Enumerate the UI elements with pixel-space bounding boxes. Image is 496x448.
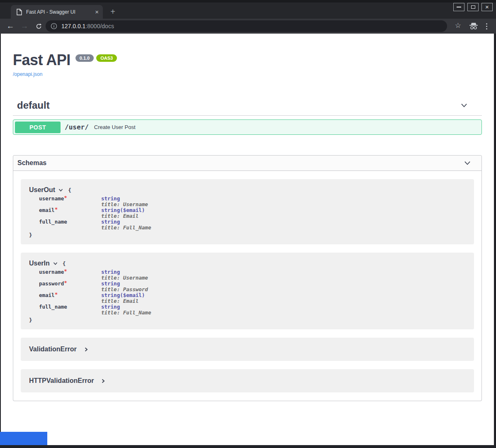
schemas-title: Schemas	[17, 159, 463, 167]
version-badge: 0.1.0	[75, 54, 94, 62]
new-tab-button[interactable]: +	[108, 7, 118, 17]
property-row: full_name stringtitle: Full_Name	[39, 304, 466, 316]
required-star: *	[64, 280, 67, 286]
operation-post-user[interactable]: POST /user/ Create User Post	[13, 119, 482, 135]
operation-path: /user/	[65, 123, 89, 131]
property-row: username* stringtitle: Username	[39, 269, 466, 281]
minimize-icon	[457, 7, 461, 7]
operation-summary: Create User Post	[94, 124, 136, 130]
incognito-icon	[469, 22, 479, 32]
window-controls: ×	[453, 3, 493, 11]
url-bar[interactable]: 127.0.0.1:8000/docs	[46, 20, 447, 32]
page-title: Fast API	[13, 52, 71, 68]
schemas-header[interactable]: Schemas	[13, 156, 481, 171]
chevron-down-icon[interactable]	[53, 261, 58, 266]
chevron-right-icon[interactable]	[100, 378, 106, 384]
tab-title: Fast API - Swagger UI	[26, 9, 92, 15]
model-validationerror[interactable]: ValidationError	[21, 338, 474, 361]
required-star: *	[55, 291, 58, 297]
bookmark-star-icon[interactable]: ☆	[455, 21, 461, 30]
reload-button[interactable]	[33, 21, 44, 32]
maximize-button[interactable]	[467, 3, 479, 11]
api-info: Fast API 0.1.0 OAS3 /openapi.json	[13, 34, 482, 78]
property-row: email* string($email)title: Email	[39, 207, 466, 219]
tag-section-default: default POST /user/ Create User Post	[13, 100, 482, 135]
site-info-icon[interactable]	[51, 23, 57, 29]
highlight-overlay	[0, 432, 47, 445]
property-row: username* stringtitle: Username	[39, 196, 466, 207]
property-row: full_name stringtitle: Full_Name	[39, 219, 466, 231]
model-userout: UserOut { username* stringtitle: Usernam…	[21, 179, 474, 244]
maximize-icon	[471, 5, 475, 9]
model-httpvalidationerror[interactable]: HTTPValidationError	[21, 369, 474, 392]
chevron-right-icon[interactable]	[83, 347, 89, 352]
oas3-badge: OAS3	[96, 54, 117, 62]
menu-kebab-icon[interactable]	[484, 22, 489, 31]
back-button[interactable]: ←	[5, 21, 16, 32]
property-row: email* string($email)title: Email	[39, 292, 466, 304]
minimize-button[interactable]	[453, 3, 464, 11]
tag-name: default	[17, 100, 460, 111]
page-favicon-icon	[16, 9, 22, 15]
browser-tab[interactable]: Fast API - Swagger UI ×	[11, 5, 103, 19]
required-star: *	[55, 206, 58, 212]
required-star: *	[64, 268, 67, 274]
tag-header-default[interactable]: default	[13, 100, 482, 116]
property-row: password* stringtitle: Password	[39, 281, 466, 292]
tab-close-icon[interactable]: ×	[95, 9, 99, 15]
openapi-spec-link[interactable]: /openapi.json	[13, 71, 42, 77]
page-content: Fast API 0.1.0 OAS3 /openapi.json defaul…	[1, 34, 494, 445]
forward-button: →	[19, 21, 30, 32]
model-userin: UserIn { username* stringtitle: Username…	[21, 253, 474, 329]
url-host: 127.0.0.1	[61, 23, 85, 29]
close-button[interactable]: ×	[481, 3, 493, 11]
post-method-badge: POST	[15, 122, 61, 133]
schemas-section: Schemas UserOut {	[13, 155, 482, 401]
url-path: :8000/docs	[85, 23, 114, 29]
browser-window: Fast API - Swagger UI × + × ← → 127.0.0.…	[0, 0, 496, 448]
chevron-down-icon[interactable]	[460, 101, 469, 110]
model-userin-header[interactable]: UserIn {	[29, 260, 466, 267]
required-star: *	[64, 195, 67, 201]
chevron-down-icon[interactable]	[58, 187, 63, 193]
url-text: 127.0.0.1:8000/docs	[61, 23, 114, 29]
close-icon: ×	[485, 5, 489, 9]
model-userout-header[interactable]: UserOut {	[29, 186, 466, 194]
reload-icon	[35, 23, 42, 30]
browser-toolbar: ← → 127.0.0.1:8000/docs ☆	[0, 19, 496, 34]
chevron-down-icon[interactable]	[463, 158, 472, 168]
